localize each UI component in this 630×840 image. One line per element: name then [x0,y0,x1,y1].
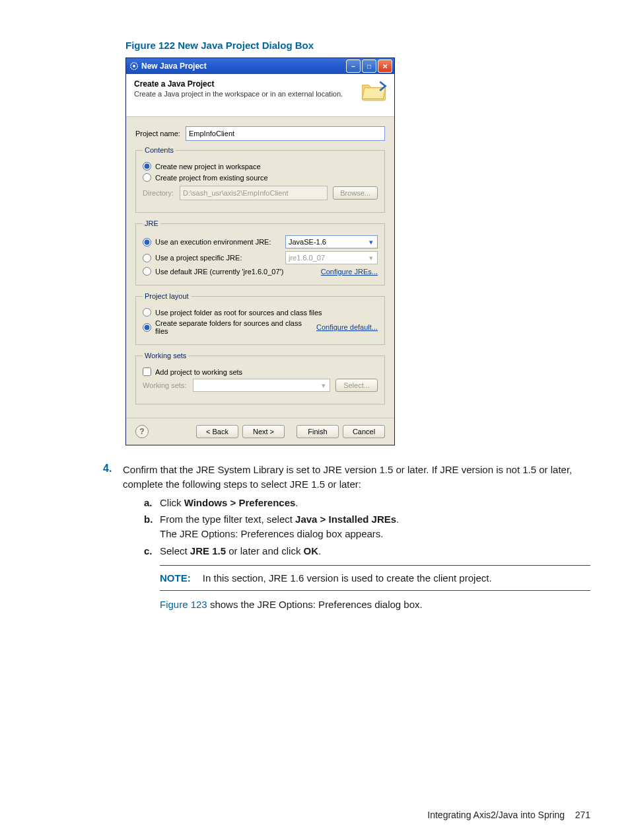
substep-b-post: . [396,514,399,525]
radio-exec-env[interactable] [143,238,151,247]
figure-caption: Figure 122 New Java Project Dialog Box [125,40,590,51]
checkbox-add-to-working-sets[interactable] [143,367,151,376]
configure-default-link[interactable]: Configure default... [316,323,378,331]
radio-new-in-workspace-label: Create new project in workspace [155,163,261,171]
radio-use-root-label: Use project folder as root for sources a… [155,309,322,317]
substep-c-post: . [318,545,321,556]
substep-c-pre: Select [160,545,190,556]
configure-jres-link[interactable]: Configure JREs... [321,268,378,276]
exec-env-value: JavaSE-1.6 [289,238,326,246]
radio-proj-specific-label: Use a project specific JRE: [155,254,285,262]
radio-existing-source-label: Create project from existing source [155,174,268,182]
radio-proj-specific[interactable] [143,254,151,262]
substep-c-num: c. [144,544,160,612]
radio-default-jre-label: Use default JRE (currently 'jre1.6.0_07'… [155,268,285,276]
folder-icon [361,79,388,102]
note-box: NOTE: In this section, JRE 1.6 version i… [160,565,590,592]
project-layout-group: Project layout Use project folder as roo… [135,292,385,345]
substep-b-pre: From the type filter text, select [160,514,295,525]
step-text: Confirm that the JRE System Library is s… [123,464,572,490]
substep-c-mid: or later and click [226,545,304,556]
next-button[interactable]: Next > [242,425,285,438]
window-title: New Java Project [141,61,345,71]
substep-b-bold: Java > Installed JREs [295,514,396,525]
project-layout-legend: Project layout [143,292,191,300]
jre-group: JRE Use an execution environment JRE: Ja… [135,219,385,286]
footer-text: Integrating Axis2/Java into Spring [427,810,565,820]
banner: Create a Java Project Create a Java proj… [126,74,394,117]
proj-specific-value: jre1.6.0_07 [289,254,325,262]
project-name-input[interactable] [186,126,385,141]
substep-a-post: . [295,497,298,508]
directory-label: Directory: [143,189,180,197]
finish-button[interactable]: Finish [297,425,339,438]
radio-separate-folders[interactable] [143,323,151,332]
radio-existing-source[interactable] [143,173,151,182]
svg-point-1 [133,65,135,67]
cancel-button[interactable]: Cancel [343,425,385,438]
radio-new-in-workspace[interactable] [143,162,151,171]
contents-legend: Contents [143,146,176,154]
project-name-label: Project name: [135,130,186,137]
note-text: In this section, JRE 1.6 version is used… [203,572,492,584]
substep-b-line2: The JRE Options: Preferences dialog box … [160,527,590,541]
substep-c-bold2: OK [304,545,319,556]
chevron-down-icon: ▾ [367,253,376,262]
help-icon[interactable]: ? [135,425,149,438]
chevron-down-icon: ▾ [367,237,376,247]
exec-env-combo[interactable]: JavaSE-1.6 ▾ [285,235,378,248]
contents-group: Contents Create new project in workspace… [135,146,385,213]
substep-a-bold: Windows > Preferences [184,497,296,508]
substep-c-bold1: JRE 1.5 [190,545,226,556]
working-sets-legend: Working sets [143,352,188,360]
checkbox-add-to-working-sets-label: Add project to working sets [155,368,242,376]
substep-a-pre: Click [160,497,184,508]
banner-subtitle: Create a Java project in the workspace o… [134,90,386,98]
substep-a-num: a. [144,496,160,510]
browse-button: Browse... [333,186,378,200]
working-sets-group: Working sets Add project to working sets… [135,352,385,404]
proj-specific-combo: jre1.6.0_07 ▾ [285,251,378,264]
substep-b-num: b. [144,512,160,541]
directory-input [180,186,328,200]
radio-exec-env-label: Use an execution environment JRE: [155,238,285,246]
radio-use-root[interactable] [143,308,151,317]
chevron-down-icon: ▾ [319,381,328,390]
select-working-sets-button: Select... [335,379,378,392]
maximize-button[interactable]: □ [362,59,376,73]
step-number: 4. [103,463,123,615]
button-bar: ? < Back Next > Finish Cancel [126,418,394,445]
jre-legend: JRE [143,219,160,227]
minimize-button[interactable]: – [346,59,361,73]
new-java-project-dialog: New Java Project – □ ✕ Create a Java Pro… [125,57,395,445]
radio-default-jre[interactable] [143,267,151,276]
working-sets-label: Working sets: [143,381,193,389]
back-button[interactable]: < Back [196,425,238,438]
figure-link[interactable]: Figure 123 [160,599,207,610]
gear-icon [129,61,139,71]
close-button[interactable]: ✕ [378,59,392,73]
footer-page: 271 [575,810,590,820]
radio-separate-folders-label: Create separate folders for sources and … [155,319,316,335]
after-note-rest: shows the JRE Options: Preferences dialo… [207,599,423,610]
working-sets-combo: ▾ [193,379,330,392]
banner-title: Create a Java Project [134,79,386,89]
note-label: NOTE: [160,572,191,584]
titlebar[interactable]: New Java Project – □ ✕ [126,58,394,74]
page-footer: Integrating Axis2/Java into Spring 271 [427,810,590,820]
